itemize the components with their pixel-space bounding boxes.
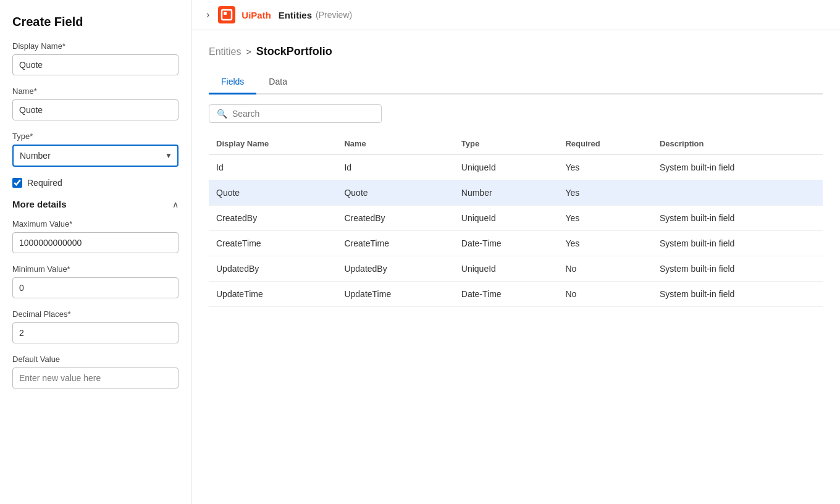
table-cell: Quote (337, 180, 453, 206)
table-row: QuoteQuoteNumberYes (209, 180, 823, 206)
table-cell: Yes (558, 231, 652, 256)
required-checkbox[interactable] (12, 178, 22, 188)
table-cell: Number (454, 180, 558, 206)
type-select-wrapper: Number Text Boolean Date-Time UniqueId ▼ (12, 145, 178, 167)
table-cell[interactable]: UpdateTime (209, 282, 337, 307)
name-group: Name* (12, 86, 178, 120)
table-cell[interactable]: UniqueId (454, 206, 558, 231)
type-select[interactable]: Number Text Boolean Date-Time UniqueId (12, 145, 178, 167)
table-cell: Id (209, 155, 337, 180)
decimal-places-group: Decimal Places* (12, 309, 178, 343)
uipath-logo: UiPath Entities (Preview) (218, 6, 352, 23)
table-row: CreatedByCreatedByUniqueIdYesSystem buil… (209, 206, 823, 231)
uipath-brand: UiPath (242, 10, 271, 20)
search-icon: 🔍 (217, 109, 227, 119)
col-display-name: Display Name (209, 133, 337, 155)
name-input[interactable] (12, 99, 178, 120)
decimal-places-input[interactable] (12, 322, 178, 343)
svg-rect-1 (224, 12, 227, 15)
table-cell: System built-in field (652, 231, 823, 256)
breadcrumb-current: StockPortfolio (256, 45, 332, 58)
table-row: UpdateTimeUpdateTimeDate-TimeNoSystem bu… (209, 282, 823, 307)
col-required: Required (558, 133, 652, 155)
display-name-input[interactable] (12, 54, 178, 75)
table-cell: Yes (558, 206, 652, 231)
collapse-button[interactable]: › (204, 7, 212, 23)
content-area: Entities > StockPortfolio Fields Data 🔍 … (191, 30, 840, 504)
col-type: Type (454, 133, 558, 155)
min-value-input[interactable] (12, 277, 178, 298)
display-name-group: Display Name* (12, 41, 178, 75)
table-cell: CreatedBy (209, 206, 337, 231)
table-cell[interactable]: Id (337, 155, 453, 180)
table-cell[interactable]: UpdatedBy (337, 256, 453, 282)
col-description: Description (652, 133, 823, 155)
logo-box (218, 6, 235, 23)
table-cell: No (558, 282, 652, 307)
table-cell: CreateTime (337, 231, 453, 256)
left-panel: Create Field Display Name* Name* Type* N… (0, 0, 191, 504)
max-value-group: Maximum Value* (12, 219, 178, 253)
table-cell: Date-Time (454, 231, 558, 256)
table-cell[interactable]: UniqueId (454, 256, 558, 282)
default-value-input[interactable] (12, 368, 178, 388)
more-details-label: More details (12, 199, 67, 209)
name-label: Name* (12, 86, 178, 96)
panel-title: Create Field (12, 15, 178, 29)
table-cell (652, 180, 823, 206)
required-label: Required (27, 178, 62, 188)
default-value-label: Default Value (12, 355, 178, 364)
table-body: IdIdUniqueIdYesSystem built-in fieldQuot… (209, 155, 823, 307)
type-label: Type* (12, 132, 178, 141)
breadcrumb-separator: > (246, 47, 251, 57)
min-value-label: Minimum Value* (12, 264, 178, 274)
table-cell[interactable]: CreatedBy (337, 206, 453, 231)
chevron-up-icon: ∧ (172, 200, 178, 209)
table-cell: CreateTime (209, 231, 337, 256)
max-value-input[interactable] (12, 232, 178, 253)
table-cell: System built-in field (652, 155, 823, 180)
search-bar: 🔍 (209, 104, 382, 123)
table-cell: Quote (209, 180, 337, 206)
table-cell: System built-in field (652, 256, 823, 282)
col-name: Name (337, 133, 453, 155)
display-name-label: Display Name* (12, 41, 178, 51)
breadcrumb-parent[interactable]: Entities (209, 46, 241, 57)
table-cell: Date-Time (454, 282, 558, 307)
table-cell: UpdateTime (337, 282, 453, 307)
svg-rect-0 (222, 10, 232, 20)
default-value-group: Default Value (12, 355, 178, 388)
right-panel: › UiPath Entities (Preview) Entities > S… (191, 0, 840, 504)
table-cell[interactable]: UniqueId (454, 155, 558, 180)
table-cell: No (558, 256, 652, 282)
table-cell: System built-in field (652, 282, 823, 307)
max-value-label: Maximum Value* (12, 219, 178, 229)
app-name: Entities (279, 10, 312, 20)
tab-fields[interactable]: Fields (209, 70, 256, 94)
search-input[interactable] (232, 109, 374, 119)
table-row: UpdatedByUpdatedByUniqueIdNoSystem built… (209, 256, 823, 282)
uipath-logo-svg (220, 9, 233, 21)
type-group: Type* Number Text Boolean Date-Time Uniq… (12, 132, 178, 167)
table-cell: Yes (558, 155, 652, 180)
top-bar: › UiPath Entities (Preview) (191, 0, 840, 30)
tabs-bar: Fields Data (209, 70, 823, 94)
min-value-group: Minimum Value* (12, 264, 178, 298)
decimal-places-label: Decimal Places* (12, 309, 178, 319)
app-subtitle: (Preview) (316, 10, 352, 20)
breadcrumb: Entities > StockPortfolio (209, 45, 823, 58)
table-cell: System built-in field (652, 206, 823, 231)
fields-table: Display Name Name Type Required Descript… (209, 133, 823, 307)
tab-data[interactable]: Data (256, 70, 300, 94)
table-header: Display Name Name Type Required Descript… (209, 133, 823, 155)
table-row: IdIdUniqueIdYesSystem built-in field (209, 155, 823, 180)
table-cell[interactable]: UpdatedBy (209, 256, 337, 282)
required-row: Required (12, 178, 178, 188)
table-row: CreateTimeCreateTimeDate-TimeYesSystem b… (209, 231, 823, 256)
more-details-toggle[interactable]: More details ∧ (12, 199, 178, 209)
table-cell: Yes (558, 180, 652, 206)
